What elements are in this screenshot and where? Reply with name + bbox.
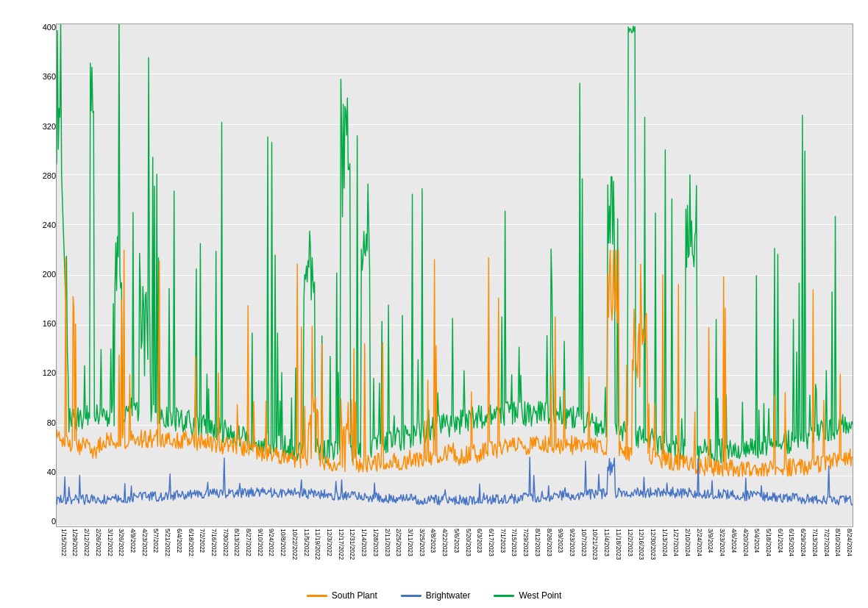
- x-tick-label: 4/20/2024: [742, 529, 750, 557]
- x-tick-label: 3/25/2023: [419, 529, 426, 557]
- x-tick-label: 4/23/2022: [141, 529, 149, 557]
- x-tick-label: 6/15/2024: [788, 529, 795, 557]
- x-tick-label: 2/25/2023: [395, 529, 402, 557]
- x-tick-label: 6/18/2022: [188, 529, 195, 557]
- x-tick-label: 5/7/2022: [152, 529, 160, 553]
- legend-label: Brightwater: [426, 590, 471, 601]
- x-tick-label: 7/15/2023: [511, 529, 518, 557]
- y-tick-label: 240: [32, 221, 56, 229]
- x-tick-label: 12/16/2023: [638, 529, 645, 560]
- legend-line: [307, 595, 327, 597]
- x-tick-label: 4/8/2023: [430, 529, 437, 553]
- x-tick-label: 6/29/2024: [800, 529, 807, 557]
- x-tick-label: 2/11/2023: [384, 529, 391, 557]
- x-tick-label: 2/24/2024: [696, 529, 703, 557]
- x-tick-label: 12/17/2022: [338, 529, 345, 560]
- x-tick-label: 11/5/2022: [303, 529, 310, 557]
- x-tick-label: 11/18/2023: [615, 529, 622, 560]
- y-tick-label: 320: [32, 123, 56, 131]
- legend-label: South Plant: [332, 590, 377, 601]
- x-tick-label: 2/26/2022: [95, 529, 102, 557]
- x-tick-label: 9/10/2022: [257, 529, 264, 557]
- legend-line: [401, 595, 421, 597]
- x-tick-label: 5/6/2023: [453, 529, 460, 553]
- x-tick-label: 4/6/2024: [730, 529, 738, 553]
- legend-item: Brightwater: [401, 590, 471, 601]
- y-axis-label: [15, 24, 29, 586]
- x-tick-label: 8/24/2024: [846, 529, 853, 557]
- x-tick-label: 2/10/2024: [684, 529, 691, 557]
- x-tick-label: 7/30/2022: [222, 529, 230, 557]
- x-tick-label: 8/27/2022: [245, 529, 252, 557]
- x-tick-label: 10/22/2022: [291, 529, 299, 560]
- x-tick-label: 4/22/2023: [441, 529, 449, 557]
- x-tick-label: 6/3/2023: [476, 529, 483, 553]
- x-tick-label: 10/7/2023: [580, 529, 588, 557]
- x-tick-label: 3/9/2024: [707, 529, 714, 553]
- x-tick-label: 6/4/2022: [176, 529, 183, 553]
- x-ticks-spacer: [32, 527, 56, 586]
- x-tick-label: 7/27/2024: [823, 529, 830, 557]
- x-tick-label: 11/4/2023: [603, 529, 611, 557]
- x-tick-label: 1/29/2022: [71, 529, 79, 557]
- x-tick-label: 7/1/2023: [499, 529, 507, 553]
- x-tick-label: 1/14/2023: [360, 529, 368, 557]
- chart-container: 04080120160200240280320360400 1/1/20221/…: [0, 0, 868, 608]
- x-tick-label: 12/3/2022: [326, 529, 333, 557]
- chart-right: 04080120160200240280320360400 1/1/20221/…: [32, 24, 853, 586]
- y-tick-label: 400: [32, 24, 56, 32]
- x-tick-label: 6/17/2023: [488, 529, 495, 557]
- y-ticks: 04080120160200240280320360400: [32, 24, 56, 527]
- x-tick-label: 8/13/2022: [233, 529, 241, 557]
- x-tick-label: 8/10/2024: [834, 529, 842, 557]
- legend: South PlantBrightwaterWest Point: [307, 590, 562, 601]
- y-tick-label: 120: [32, 369, 56, 377]
- x-tick-label: 3/11/2023: [407, 529, 414, 557]
- x-tick-label: 3/23/2024: [719, 529, 726, 557]
- x-tick-label: 5/21/2022: [164, 529, 171, 557]
- y-tick-label: 280: [32, 172, 56, 180]
- y-tick-label: 0: [32, 518, 56, 526]
- x-tick-label: 9/23/2023: [569, 529, 576, 557]
- legend-label: West Point: [519, 590, 561, 601]
- x-tick-label: 7/2/2022: [199, 529, 206, 553]
- x-tick-label: 12/30/2023: [650, 529, 657, 560]
- x-tick-label: 10/21/2023: [591, 529, 599, 560]
- plot-area: [56, 24, 853, 527]
- x-axis-area: 1/1/20221/15/20221/29/20222/12/20222/26/…: [32, 527, 853, 586]
- x-tick-label: 2/12/2022: [83, 529, 90, 557]
- plot-area-wrapper: 04080120160200240280320360400: [32, 24, 853, 527]
- x-tick-label: 1/15/2022: [60, 529, 68, 557]
- x-tick-label: 5/4/2024: [753, 529, 761, 553]
- legend-item: West Point: [494, 590, 561, 601]
- y-tick-label: 200: [32, 271, 56, 279]
- x-tick-label: 8/12/2023: [534, 529, 541, 557]
- y-tick-label: 80: [32, 419, 56, 427]
- legend-line: [494, 595, 514, 597]
- x-tick-label: 1/13/2024: [661, 529, 669, 557]
- y-tick-label: 40: [32, 468, 56, 476]
- x-tick-label: 8/26/2023: [546, 529, 553, 557]
- x-tick-label: 3/12/2022: [107, 529, 114, 557]
- y-tick-label: 360: [32, 73, 56, 81]
- y-tick-label: 160: [32, 320, 56, 328]
- x-tick-label: 5/18/2024: [765, 529, 772, 557]
- x-tick-label: 7/16/2022: [210, 529, 218, 557]
- x-tick-label: 1/28/2023: [372, 529, 380, 557]
- x-tick-label: 4/9/2022: [129, 529, 137, 553]
- x-tick-label: 1/27/2024: [672, 529, 680, 557]
- x-tick-label: 11/19/2022: [314, 529, 321, 560]
- x-tick-label: 7/13/2024: [811, 529, 819, 557]
- legend-item: South Plant: [307, 590, 377, 601]
- x-tick-label: 12/31/2022: [349, 529, 356, 560]
- x-tick-label: 9/24/2022: [268, 529, 275, 557]
- x-tick-label: 10/8/2022: [280, 529, 287, 557]
- chart-svg: [57, 24, 853, 526]
- x-tick-label: 9/9/2023: [557, 529, 564, 553]
- x-tick-label: 12/2/2023: [627, 529, 634, 557]
- x-tick-label: 5/20/2023: [465, 529, 472, 557]
- chart-body: 04080120160200240280320360400 1/1/20221/…: [15, 24, 853, 586]
- x-tick-label: 6/1/2024: [777, 529, 784, 553]
- x-ticks: 1/1/20221/15/20221/29/20222/12/20222/26/…: [56, 527, 853, 586]
- x-tick-label: 7/29/2023: [522, 529, 530, 557]
